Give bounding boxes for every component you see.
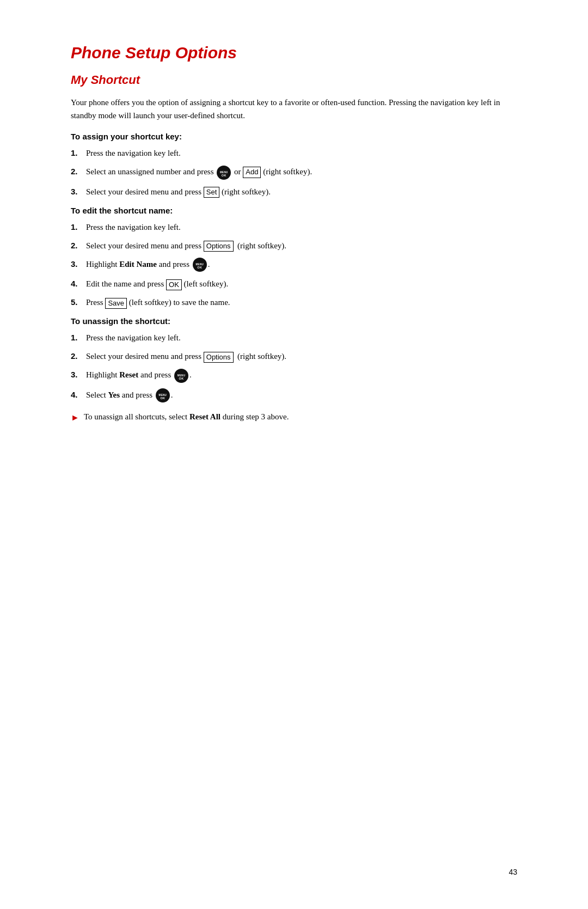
step-number: 2.: [71, 239, 86, 252]
edit-heading: To edit the shortcut name:: [71, 206, 517, 215]
reset-bold: Reset: [119, 370, 138, 379]
ok-button-label: OK: [166, 279, 182, 290]
page-number: 43: [509, 868, 517, 876]
menu-ok-icon-edit: [193, 258, 207, 272]
save-button-label: Save: [105, 298, 127, 309]
reset-all-bold: Reset All: [189, 412, 220, 421]
step-number: 4.: [71, 388, 86, 401]
section-title: My Shortcut: [71, 73, 517, 87]
step-number: 2.: [71, 350, 86, 363]
assign-section: To assign your shortcut key: 1. Press th…: [71, 132, 517, 198]
step-content: Edit the name and press OK (left softkey…: [86, 277, 517, 290]
step-number: 2.: [71, 165, 86, 178]
assign-steps-list: 1. Press the navigation key left. 2. Sel…: [71, 147, 517, 198]
edit-section: To edit the shortcut name: 1. Press the …: [71, 206, 517, 309]
step-number: 1.: [71, 331, 86, 344]
options-button-label-2: Options: [204, 352, 234, 363]
bullet-note-item: ► To unassign all shortcuts, select Rese…: [71, 410, 517, 425]
set-button-label: Set: [204, 187, 220, 198]
edit-steps-list: 1. Press the navigation key left. 2. Sel…: [71, 221, 517, 309]
unassign-step-2: 2. Select your desired menu and press Op…: [71, 350, 517, 363]
add-button-label: Add: [243, 167, 261, 178]
page-title: Phone Setup Options: [71, 44, 517, 62]
step-content: Press Save (left softkey) to save the na…: [86, 296, 517, 309]
unassign-steps-list: 1. Press the navigation key left. 2. Sel…: [71, 331, 517, 402]
step-content: Highlight Edit Name and press .: [86, 258, 517, 272]
edit-step-1: 1. Press the navigation key left.: [71, 221, 517, 234]
yes-bold: Yes: [108, 391, 120, 399]
step-content: Select your desired menu and press Set (…: [86, 185, 517, 198]
options-button-label: Options: [204, 241, 234, 252]
step-content: Select an unassigned number and press or…: [86, 165, 517, 180]
edit-step-2: 2. Select your desired menu and press Op…: [71, 239, 517, 252]
assign-step-1: 1. Press the navigation key left.: [71, 147, 517, 160]
step-content: Select Yes and press .: [86, 388, 517, 403]
edit-step-4: 4. Edit the name and press OK (left soft…: [71, 277, 517, 290]
step-number: 3.: [71, 258, 86, 271]
step-number: 3.: [71, 185, 86, 198]
unassign-step-1: 1. Press the navigation key left.: [71, 331, 517, 344]
step-content: Highlight Reset and press .: [86, 368, 517, 383]
step-number: 1.: [71, 221, 86, 234]
step-number: 1.: [71, 147, 86, 160]
step-content: Press the navigation key left.: [86, 147, 517, 160]
menu-ok-icon-yes: [156, 388, 170, 402]
intro-text: Your phone offers you the option of assi…: [71, 96, 517, 122]
assign-heading: To assign your shortcut key:: [71, 132, 517, 141]
edit-step-3: 3. Highlight Edit Name and press .: [71, 258, 517, 272]
step-number: 5.: [71, 296, 86, 309]
step-number: 4.: [71, 277, 86, 290]
assign-step-3: 3. Select your desired menu and press Se…: [71, 185, 517, 198]
bullet-arrow-icon: ►: [71, 411, 84, 425]
menu-ok-icon-assign: [217, 166, 231, 180]
assign-step-2: 2. Select an unassigned number and press…: [71, 165, 517, 180]
unassign-step-4: 4. Select Yes and press .: [71, 388, 517, 403]
unassign-step-3: 3. Highlight Reset and press .: [71, 368, 517, 383]
page-container: Phone Setup Options My Shortcut Your pho…: [0, 0, 588, 472]
edit-step-5: 5. Press Save (left softkey) to save the…: [71, 296, 517, 309]
edit-name-bold: Edit Name: [119, 260, 157, 269]
bullet-note-text: To unassign all shortcuts, select Reset …: [84, 410, 517, 423]
unassign-heading: To unassign the shortcut:: [71, 316, 517, 326]
unassign-section: To unassign the shortcut: 1. Press the n…: [71, 316, 517, 425]
step-content: Press the navigation key left.: [86, 331, 517, 344]
step-content: Select your desired menu and press Optio…: [86, 239, 517, 252]
menu-ok-icon-reset: [174, 369, 188, 383]
step-content: Press the navigation key left.: [86, 221, 517, 234]
step-content: Select your desired menu and press Optio…: [86, 350, 517, 363]
step-number: 3.: [71, 368, 86, 381]
